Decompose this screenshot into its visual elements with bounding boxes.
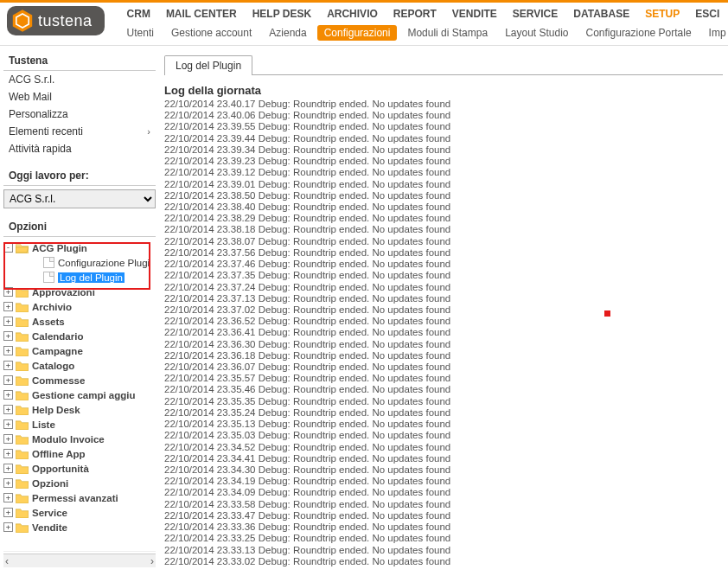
page-icon [43, 257, 54, 268]
sidebar-item[interactable]: Elementi recenti› [3, 123, 156, 140]
tree-node[interactable]: +Commesse [3, 373, 156, 387]
expand-icon[interactable]: + [3, 375, 13, 385]
collapse-icon[interactable]: - [3, 243, 13, 253]
tree-node[interactable]: +Assets [3, 314, 156, 329]
sidebar-item[interactable]: Web Mail [3, 88, 156, 106]
tree-label: Calendario [32, 331, 83, 342]
tree-node[interactable]: Configurazione Plugi [3, 255, 156, 270]
expand-icon[interactable]: + [3, 493, 13, 502]
log-line: 22/10/2014 23.39.34 Debug: Roundtrip end… [164, 144, 723, 156]
sub-nav-item[interactable]: Layout Studio [498, 25, 575, 41]
tree-node[interactable]: +Gestione campi aggiu [3, 387, 156, 402]
log-line: 22/10/2014 23.33.47 Debug: Roundtrip end… [164, 510, 723, 522]
sub-nav-item[interactable]: Moduli di Stampa [400, 25, 495, 41]
expand-icon[interactable]: + [3, 464, 13, 473]
expand-icon[interactable]: + [3, 287, 13, 297]
log-line: 22/10/2014 23.34.09 Debug: Roundtrip end… [164, 487, 723, 498]
expand-icon[interactable]: + [3, 449, 13, 458]
tree-node[interactable]: -ACG Plugin [3, 240, 156, 255]
main-nav-item[interactable]: VENDITE [445, 6, 504, 22]
expand-icon[interactable]: + [3, 302, 13, 311]
expand-icon[interactable]: + [3, 419, 13, 429]
log-line: 22/10/2014 23.35.13 Debug: Roundtrip end… [164, 419, 723, 430]
tree-node[interactable]: +Approvazioni [3, 285, 156, 299]
main-nav-item[interactable]: HELP DESK [246, 6, 318, 22]
sidebar-item[interactable]: Personalizza [3, 106, 156, 123]
tree-spacer-icon [31, 258, 41, 267]
folder-icon [16, 331, 29, 342]
log-line: 22/10/2014 23.39.23 Debug: Roundtrip end… [164, 156, 723, 167]
tree-node[interactable]: +Modulo Invoice [3, 432, 156, 446]
log-line: 22/10/2014 23.35.57 Debug: Roundtrip end… [164, 373, 723, 384]
main-nav-item[interactable]: MAIL CENTER [159, 6, 244, 22]
brand-logo[interactable]: tustena [7, 6, 105, 35]
log-line: 22/10/2014 23.39.44 Debug: Roundtrip end… [164, 133, 723, 144]
panel-title: Opzioni [3, 217, 156, 237]
main-nav-item[interactable]: CRM [120, 6, 157, 22]
main-nav-item[interactable]: ARCHIVIO [320, 6, 385, 22]
company-select[interactable]: ACG S.r.l. [3, 189, 156, 208]
tree-node[interactable]: +Liste [3, 417, 156, 432]
log-line: 22/10/2014 23.37.56 Debug: Roundtrip end… [164, 247, 723, 259]
page-icon [43, 272, 54, 283]
main-nav-item[interactable]: ESCI [688, 6, 726, 22]
folder-icon [16, 302, 29, 312]
tree-label: Opzioni [32, 478, 68, 489]
header-bar: tustena CRMMAIL CENTERHELP DESKARCHIVIOR… [0, 3, 728, 46]
tree-node[interactable]: +Service [3, 505, 156, 520]
sub-nav-item[interactable]: Utenti [120, 25, 161, 41]
expand-icon[interactable]: + [3, 522, 13, 532]
log-line: 22/10/2014 23.40.06 Debug: Roundtrip end… [164, 110, 723, 121]
expand-icon[interactable]: + [3, 361, 13, 370]
horizontal-scrollbar[interactable]: ‹ › [3, 554, 156, 567]
sidebar-item[interactable]: ACG S.r.l. [3, 71, 156, 88]
sub-nav-item[interactable]: Configurazione Portale [579, 25, 699, 41]
expand-icon[interactable]: + [3, 508, 13, 517]
expand-icon[interactable]: + [3, 346, 13, 355]
sub-nav-item[interactable]: Configurazioni [317, 25, 398, 41]
main-nav-item[interactable]: SETUP [638, 6, 686, 22]
logo-hex-icon [12, 10, 33, 31]
tab-log-plugin[interactable]: Log del Plugin [164, 55, 252, 75]
main-nav-item[interactable]: SERVICE [506, 6, 565, 22]
sub-nav: UtentiGestione accountAziendaConfigurazi… [112, 23, 728, 44]
expand-icon[interactable]: + [3, 405, 13, 414]
log-line: 22/10/2014 23.37.13 Debug: Roundtrip end… [164, 293, 723, 304]
tree-label: ACG Plugin [32, 243, 87, 253]
tree-node[interactable]: Log del Plugin [3, 270, 156, 285]
sub-nav-item[interactable]: Gestione account [164, 25, 259, 41]
sub-nav-item[interactable]: Imp [702, 25, 728, 41]
sub-nav-item[interactable]: Azienda [262, 25, 313, 41]
main-nav-item[interactable]: REPORT [386, 6, 444, 22]
tree-label: Liste [32, 419, 55, 430]
tree-node[interactable]: +Vendite [3, 520, 156, 534]
expand-icon[interactable]: + [3, 434, 13, 444]
options-tree[interactable]: -ACG PluginConfigurazione PlugiLog del P… [3, 240, 156, 552]
folder-icon [16, 346, 29, 356]
tree-node[interactable]: +Campagne [3, 343, 156, 358]
log-line: 22/10/2014 23.38.40 Debug: Roundtrip end… [164, 202, 723, 213]
scroll-left-icon[interactable]: ‹ [5, 555, 9, 567]
expand-icon[interactable]: + [3, 331, 13, 341]
tree-node[interactable]: +Opzioni [3, 476, 156, 490]
tree-node[interactable]: +Help Desk [3, 402, 156, 417]
expand-icon[interactable]: + [3, 317, 13, 326]
log-line: 22/10/2014 23.37.46 Debug: Roundtrip end… [164, 259, 723, 270]
folder-icon [16, 493, 29, 503]
folder-open-icon [16, 243, 29, 253]
log-line: 22/10/2014 23.36.30 Debug: Roundtrip end… [164, 339, 723, 350]
tree-node[interactable]: +Catalogo [3, 358, 156, 373]
tree-node[interactable]: +Permessi avanzati [3, 490, 156, 505]
tree-label: Catalogo [32, 361, 74, 371]
tree-node[interactable]: +Archivio [3, 299, 156, 314]
expand-icon[interactable]: + [3, 478, 13, 488]
main-nav-item[interactable]: DATABASE [566, 6, 636, 22]
tree-node[interactable]: +Opportunità [3, 461, 156, 476]
tree-node[interactable]: +Offline App [3, 446, 156, 461]
sidebar-item[interactable]: Attività rapida [3, 140, 156, 157]
folder-icon [16, 449, 29, 459]
tree-node[interactable]: +Calendario [3, 329, 156, 343]
expand-icon[interactable]: + [3, 390, 13, 400]
scroll-right-icon[interactable]: › [150, 555, 154, 567]
sidebar: Tustena ACG S.r.l.Web MailPersonalizzaEl… [0, 46, 159, 573]
